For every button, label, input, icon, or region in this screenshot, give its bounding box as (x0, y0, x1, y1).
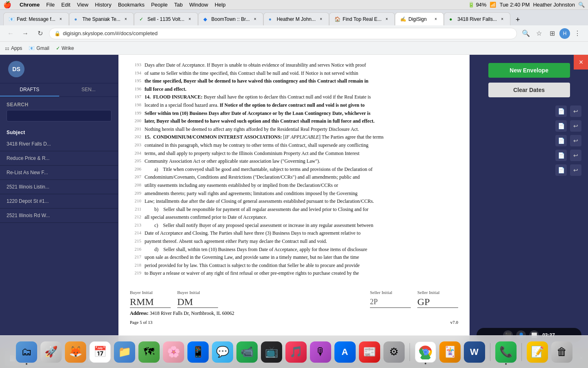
menubar-edit[interactable]: Edit (58, 2, 74, 8)
buyer-initial-1-item: Buyer Initial RMM (130, 289, 171, 308)
restore-icon-5[interactable]: ↩ (570, 164, 581, 176)
sidebar-item-0[interactable]: 3418 River Falls D... (0, 137, 118, 151)
tab-digisign[interactable]: ✍ DigiSign × (395, 12, 444, 25)
dock-appstore[interactable]: 📱 (187, 341, 209, 363)
address-bar[interactable]: 🔒 digisign.skyslope.com/#/docs/completed (49, 28, 517, 39)
bookmark-apps[interactable]: ⚏ Apps (5, 45, 22, 51)
dock-notes[interactable]: 📝 (527, 341, 548, 363)
search-toolbar-btn[interactable]: 🔍 (520, 28, 532, 39)
restore-icon-1[interactable]: ↩ (570, 105, 581, 117)
dock-word[interactable]: W (464, 341, 485, 363)
tab-sell-close[interactable]: × (187, 16, 193, 22)
menubar-file[interactable]: File (43, 2, 58, 8)
menubar-time: Tue 2:40 PM (499, 2, 530, 8)
sidebar-item-1[interactable]: Reduce Price & R... (0, 151, 118, 166)
extensions-btn[interactable]: ⊞ (546, 28, 558, 39)
dock-tv[interactable]: 📺 (261, 341, 282, 363)
dock-finder[interactable]: 🗂 (16, 341, 37, 363)
menubar-chrome[interactable]: Chrome (16, 2, 43, 8)
bookmark-wrike[interactable]: ✓ Wrike (56, 45, 74, 51)
tab-findtop-close[interactable]: × (384, 16, 390, 22)
back-button[interactable]: ← (5, 28, 16, 39)
seller-initial-2-item: Seller Initial GP (417, 289, 458, 308)
tab-sell[interactable]: ✓ Sell - 1135 Volt... × (134, 12, 198, 25)
tab-spaniak-close[interactable]: × (123, 16, 129, 22)
tab-boomtown[interactable]: ◆ BoomTown :: Br... × (198, 12, 263, 25)
doc-icon-4[interactable]: 📄 (555, 150, 567, 161)
sidebar-item-2[interactable]: Re-List As New F... (0, 166, 118, 180)
menubar-view[interactable]: View (74, 2, 91, 8)
menubar-history[interactable]: History (91, 2, 114, 8)
sidebar-item-3[interactable]: 2521 Illinois Listin... (0, 180, 118, 194)
sidebar-tab-sent[interactable]: SEN... (59, 83, 118, 96)
dock-music[interactable]: 🎵 (285, 341, 307, 363)
logo-icon: DS (8, 61, 24, 77)
menu-btn[interactable]: ⋮ (572, 28, 583, 39)
dock-messages[interactable]: 💬 (212, 341, 233, 363)
menubar-people[interactable]: People (148, 2, 171, 8)
tab-river-close[interactable]: × (499, 16, 505, 22)
search-label: SEARCH (7, 102, 111, 108)
doc-icon-2[interactable]: 📄 (555, 120, 567, 132)
search-input[interactable] (7, 110, 111, 121)
tab-heather-close[interactable]: × (318, 16, 324, 22)
dock-trash[interactable]: 🗑 (551, 341, 572, 363)
dock-photos[interactable]: 🌸 (163, 341, 184, 363)
action-row-5: 📄 ↩ (477, 164, 581, 176)
dock-maps[interactable]: 🗺 (138, 341, 160, 363)
doc-line-199: 199 Seller within ten (10) Business Days… (130, 110, 458, 117)
sidebar-item-4[interactable]: 1220 Depot St #1... (0, 194, 118, 209)
clear-dates-button[interactable]: Clear Dates (488, 83, 570, 97)
dock-chrome[interactable] (415, 341, 436, 363)
page-info: Page 5 of 13 (130, 319, 152, 326)
reload-button[interactable]: ↻ (34, 28, 46, 39)
new-envelope-button[interactable]: New Envelope (488, 63, 570, 78)
tab-spaniak[interactable]: ● The Spaniak Te... × (69, 12, 134, 25)
restore-icon-4[interactable]: ↩ (570, 150, 581, 161)
sidebar-search-area: SEARCH (0, 97, 118, 126)
dock-appstore2[interactable]: A (334, 341, 356, 363)
menubar-tab[interactable]: Tab (171, 2, 186, 8)
doc-icon-5[interactable]: 📄 (555, 164, 567, 176)
dock-phone-dot (505, 363, 507, 365)
tab-heather[interactable]: ● Heather M John... × (263, 12, 329, 25)
doc-line-197: 197 14. FLOOD INSURANCE: Buyer shall hav… (130, 93, 458, 101)
bookmark-star-btn[interactable]: ☆ (533, 28, 545, 39)
menubar-search-icon[interactable]: 🔍 (578, 2, 585, 8)
dock-podcasts[interactable]: 🎙 (310, 341, 331, 363)
restore-icon-2[interactable]: ↩ (570, 120, 581, 132)
dock-systemprefs[interactable]: ⚙ (383, 341, 405, 363)
restore-icon-3[interactable]: ↩ (570, 135, 581, 146)
document-area[interactable]: 193 Days after Date of Acceptance. If Bu… (118, 55, 470, 368)
doc-icon-1[interactable]: 📄 (555, 105, 567, 117)
dock-news[interactable]: 📰 (359, 341, 380, 363)
profile-avatar[interactable]: H (559, 28, 570, 39)
sidebar-tab-drafts[interactable]: DRAFTS (0, 83, 59, 96)
bookmark-gmail[interactable]: 📧 Gmail (29, 45, 49, 51)
dock-facetime[interactable]: 📹 (236, 341, 258, 363)
modal-close-button[interactable]: × (574, 55, 588, 70)
forward-button[interactable]: → (20, 28, 31, 39)
seller-initial-1-item: Seller Initial 2P (370, 289, 411, 308)
menubar-window[interactable]: Window (186, 2, 211, 8)
apple-menu[interactable]: 🍎 (3, 1, 11, 9)
tab-gmail-close[interactable]: × (58, 16, 64, 22)
menubar-help[interactable]: Help (212, 2, 229, 8)
tab-bar: 📧 Fwd: Message f... × ● The Spaniak Te..… (0, 10, 588, 25)
dock-solitaire[interactable]: 🃏 (439, 341, 461, 363)
signature-area: Buyer Initial RMM Buyer Initial DM Selle… (118, 284, 470, 331)
tab-findtop[interactable]: 🏠 Find Top Real E... × (329, 12, 395, 25)
tab-gmail[interactable]: 📧 Fwd: Message f... × (3, 12, 69, 25)
doc-icon-3[interactable]: 📄 (555, 135, 567, 146)
dock-apps2[interactable]: 🦊 (65, 341, 86, 363)
menubar-bookmarks[interactable]: Bookmarks (115, 2, 148, 8)
tab-boomtown-close[interactable]: × (252, 16, 258, 22)
dock-launchpad[interactable]: 🚀 (40, 341, 62, 363)
dock-folder[interactable]: 📁 (114, 341, 135, 363)
dock-calendar[interactable]: 📅 (89, 341, 111, 363)
sidebar-item-5[interactable]: 2521 Illinois Rd W... (0, 209, 118, 223)
new-tab-button[interactable]: + (512, 14, 523, 25)
tab-digisign-close[interactable]: × (433, 16, 439, 22)
tab-river[interactable]: ● 3418 River Falls... × (444, 12, 510, 25)
dock-phone[interactable]: 📞 (495, 341, 517, 363)
